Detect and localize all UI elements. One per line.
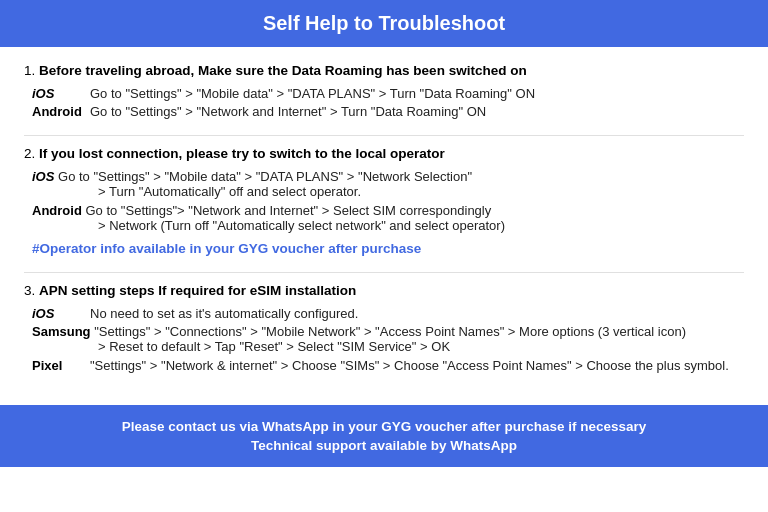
section-1-ios-label: iOS: [32, 86, 90, 101]
section-2-ios-continuation: > Turn "Automatically" off and select op…: [32, 184, 744, 199]
section-3-samsung-row: Samsung "Settings" > "Connections" > "Mo…: [32, 324, 744, 339]
page-footer: Please contact us via WhatsApp in your G…: [0, 405, 768, 467]
section-1-android-row: Android Go to "Settings" > "Network and …: [24, 104, 744, 119]
section-3-samsung-label: Samsung: [32, 324, 91, 339]
section-2-ios-label: iOS: [32, 169, 54, 184]
section-2-android-row: Android Go to "Settings"> "Network and I…: [32, 203, 744, 218]
page-title: Self Help to Troubleshoot: [20, 12, 748, 35]
divider-2: [24, 272, 744, 273]
section-2-ios-row: iOS Go to "Settings" > "Mobile data" > "…: [32, 169, 744, 184]
section-2-android-label: Android: [32, 203, 82, 218]
main-content: 1. Before traveling abroad, Make sure th…: [0, 47, 768, 405]
section-2-title: 2. If you lost connection, please try to…: [24, 146, 744, 161]
section-3: 3. APN setting steps If required for eSI…: [24, 283, 744, 373]
section-3-ios-text: No need to set as it's automatically con…: [90, 306, 744, 321]
section-2: 2. If you lost connection, please try to…: [24, 146, 744, 256]
section-3-ios-label: iOS: [32, 306, 90, 321]
section-3-pixel-label: Pixel: [32, 358, 90, 373]
section-3-heading: APN setting steps If required for eSIM i…: [39, 283, 356, 298]
section-2-number: 2.: [24, 146, 39, 161]
section-3-samsung-text: "Settings" > "Connections" > "Mobile Net…: [94, 324, 686, 339]
section-2-ios-block: iOS Go to "Settings" > "Mobile data" > "…: [24, 169, 744, 199]
section-3-samsung-continuation: > Reset to default > Tap "Reset" > Selec…: [32, 339, 744, 354]
section-2-heading: If you lost connection, please try to sw…: [39, 146, 445, 161]
section-2-android-block: Android Go to "Settings"> "Network and I…: [24, 203, 744, 233]
divider-1: [24, 135, 744, 136]
page-header: Self Help to Troubleshoot: [0, 0, 768, 47]
section-3-number: 3.: [24, 283, 39, 298]
section-2-android-text: Go to "Settings"> "Network and Internet"…: [85, 203, 491, 218]
section-1-number: 1.: [24, 63, 39, 78]
section-2-android-continuation: > Network (Turn off "Automatically selec…: [32, 218, 744, 233]
section-1-android-label: Android: [32, 104, 90, 119]
section-1-title: 1. Before traveling abroad, Make sure th…: [24, 63, 744, 78]
section-3-ios-row: iOS No need to set as it's automatically…: [24, 306, 744, 321]
section-2-ios-text: Go to "Settings" > "Mobile data" > "DATA…: [58, 169, 472, 184]
section-3-pixel-row: Pixel "Settings" > "Network & internet" …: [24, 358, 744, 373]
section-3-title: 3. APN setting steps If required for eSI…: [24, 283, 744, 298]
section-3-samsung-block: Samsung "Settings" > "Connections" > "Mo…: [24, 324, 744, 354]
section-1-heading: Before traveling abroad, Make sure the D…: [39, 63, 527, 78]
section-1-android-text: Go to "Settings" > "Network and Internet…: [90, 104, 744, 119]
footer-line-1: Please contact us via WhatsApp in your G…: [20, 419, 748, 434]
section-1: 1. Before traveling abroad, Make sure th…: [24, 63, 744, 119]
section-2-highlight: #Operator info available in your GYG vou…: [24, 241, 744, 256]
section-1-ios-row: iOS Go to "Settings" > "Mobile data" > "…: [24, 86, 744, 101]
section-1-ios-text: Go to "Settings" > "Mobile data" > "DATA…: [90, 86, 744, 101]
footer-line-2: Technical support available by WhatsApp: [20, 438, 748, 453]
section-3-pixel-text: "Settings" > "Network & internet" > Choo…: [90, 358, 744, 373]
